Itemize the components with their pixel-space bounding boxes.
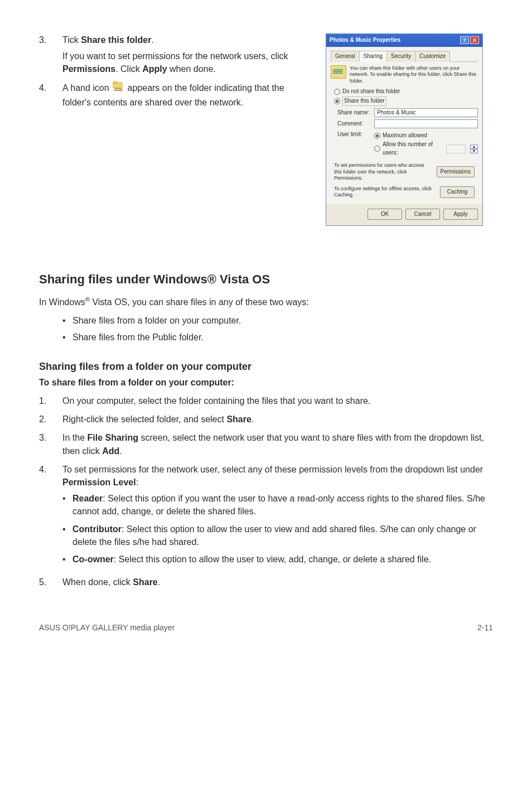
radio-allow-number[interactable]: [374, 146, 380, 152]
sf-step4-permlevel: Permission Level: [62, 478, 136, 487]
sf-step1-text: On your computer, select the folder cont…: [62, 394, 493, 407]
step3-para-e: when done.: [167, 64, 216, 74]
caching-text: To configure settings for offline access…: [334, 186, 437, 199]
comment-input[interactable]: [374, 119, 478, 128]
bullet-icon: •: [62, 553, 72, 566]
perm-reader-text: : Select this option if you want the use…: [72, 494, 485, 516]
bullet-icon: •: [62, 523, 72, 548]
perm-contributor-label: Contributor: [72, 524, 122, 534]
footer-left: ASUS O!PLAY GALLERY media player: [39, 622, 175, 633]
user-count-input[interactable]: [446, 144, 466, 153]
share-name-input[interactable]: Photos & Music: [374, 108, 478, 117]
radio-share-folder[interactable]: [334, 98, 340, 104]
shared-folder-hand-icon: [112, 81, 125, 96]
sf-step5-share: Share: [133, 577, 157, 587]
step3-apply: Apply: [142, 64, 167, 74]
sf-step4-c: :: [136, 478, 138, 487]
properties-dialog: Photos & Music Properties ? X General Sh…: [326, 33, 483, 226]
close-icon[interactable]: X: [470, 36, 479, 44]
sf-step4-text: To set permissions for the network user,…: [62, 463, 493, 570]
permissions-button[interactable]: Permissions: [437, 166, 475, 178]
step3-text-a: Tick: [62, 35, 81, 45]
sf-step3-num: 3.: [39, 431, 62, 457]
dialog-title: Photos & Music Properties: [330, 36, 400, 45]
label-do-not-share: Do not share this folder: [342, 88, 400, 96]
spinner-up-icon[interactable]: ▲: [470, 144, 478, 149]
radio-do-not-share[interactable]: [334, 89, 340, 95]
registered-icon: ®: [85, 296, 90, 303]
help-icon[interactable]: ?: [460, 36, 469, 44]
sf-step1-num: 1.: [39, 394, 62, 407]
sf-step3-filesharing: File Sharing: [87, 433, 138, 442]
tab-security[interactable]: Security: [386, 51, 415, 62]
sf-step2-num: 2.: [39, 413, 62, 426]
perm-coowner-label: Co-owner: [72, 554, 114, 564]
perm-coowner-text: : Select this option to allow the user t…: [114, 554, 431, 564]
sf-step3-e: .: [119, 446, 122, 456]
sf-step4-num: 4.: [39, 463, 62, 570]
dialog-info-text: You can share this folder with other use…: [350, 65, 478, 84]
label-max-allowed: Maximum allowed: [383, 132, 427, 140]
svg-rect-1: [113, 81, 117, 83]
step4-text: A hand icon appears on the folder indica…: [62, 81, 312, 109]
label-allow-number: Allow this number of users:: [383, 141, 441, 157]
perm-contributor-text: : Select this option to allow the user t…: [72, 524, 476, 547]
footer-page-number: 2-11: [477, 622, 493, 633]
sf-step2-share: Share: [226, 414, 251, 424]
bullet-icon: •: [62, 314, 72, 327]
share-from-folder-lead: To share files from a folder on your com…: [39, 376, 493, 389]
sf-step5-text: When done, click Share.: [62, 576, 493, 589]
step3-permissions: Permissions: [62, 64, 115, 74]
step3-dot: .: [151, 35, 153, 45]
tab-sharing[interactable]: Sharing: [359, 51, 387, 62]
label-share-name: Share name:: [337, 109, 372, 117]
sf-step3-text: In the File Sharing screen, select the n…: [62, 431, 493, 457]
sf-step5-c: .: [158, 577, 160, 587]
bullet-icon: •: [62, 492, 72, 518]
sf-step3-a: In the: [62, 433, 87, 442]
step3-para-a: If you want to set permissions for the n…: [62, 51, 288, 61]
step4-number: 4.: [39, 81, 62, 109]
cancel-button[interactable]: Cancel: [405, 209, 440, 220]
step3-para: If you want to set permissions for the n…: [62, 50, 312, 75]
vista-section-title: Sharing files under Windows® Vista OS: [39, 271, 493, 288]
tab-general[interactable]: General: [331, 51, 360, 62]
vista-intro-b: Vista OS, you can share files in any of …: [90, 297, 309, 307]
sf-step2-c: .: [252, 414, 254, 424]
shared-folder-icon: [331, 65, 346, 79]
bullet-share-from-folder: Share files from a folder on your comput…: [72, 314, 241, 327]
sf-step5-num: 5.: [39, 576, 62, 589]
sf-step5-a: When done, click: [62, 577, 133, 587]
share-from-folder-heading: Sharing files from a folder on your comp…: [39, 359, 493, 374]
permissions-text: To set permissions for users who access …: [334, 162, 433, 181]
sf-step3-add: Add: [102, 446, 119, 456]
ok-button[interactable]: OK: [367, 209, 402, 220]
sf-step4-a: To set permissions for the network user,…: [62, 465, 483, 474]
label-user-limit: User limit:: [337, 131, 372, 139]
radio-max-allowed[interactable]: [374, 133, 380, 139]
label-comment: Comment:: [337, 120, 372, 128]
step4-a: A hand icon: [62, 83, 112, 93]
vista-intro: In Windows® Vista OS, you can share file…: [39, 295, 493, 309]
tab-customize[interactable]: Customize: [415, 51, 450, 62]
dialog-titlebar: Photos & Music Properties ? X: [326, 34, 482, 47]
step3-number: 3.: [39, 33, 62, 76]
step3-para-c: . Click: [115, 64, 142, 74]
bullet-icon: •: [62, 331, 72, 344]
step3-line1: Tick Share this folder.: [62, 33, 312, 46]
spinner-down-icon[interactable]: ▼: [470, 149, 478, 153]
apply-button[interactable]: Apply: [443, 209, 478, 220]
sf-step2-text: Right-click the selected folder, and sel…: [62, 413, 493, 426]
step3-bold: Share this folder: [81, 35, 151, 45]
bullet-share-public: Share files from the Public folder.: [72, 331, 204, 344]
vista-intro-a: In Windows: [39, 297, 85, 307]
sf-step2-a: Right-click the selected folder, and sel…: [62, 414, 226, 424]
perm-reader-label: Reader: [72, 494, 103, 503]
caching-button[interactable]: Caching: [440, 186, 475, 198]
label-share-folder: Share this folder: [342, 97, 386, 106]
